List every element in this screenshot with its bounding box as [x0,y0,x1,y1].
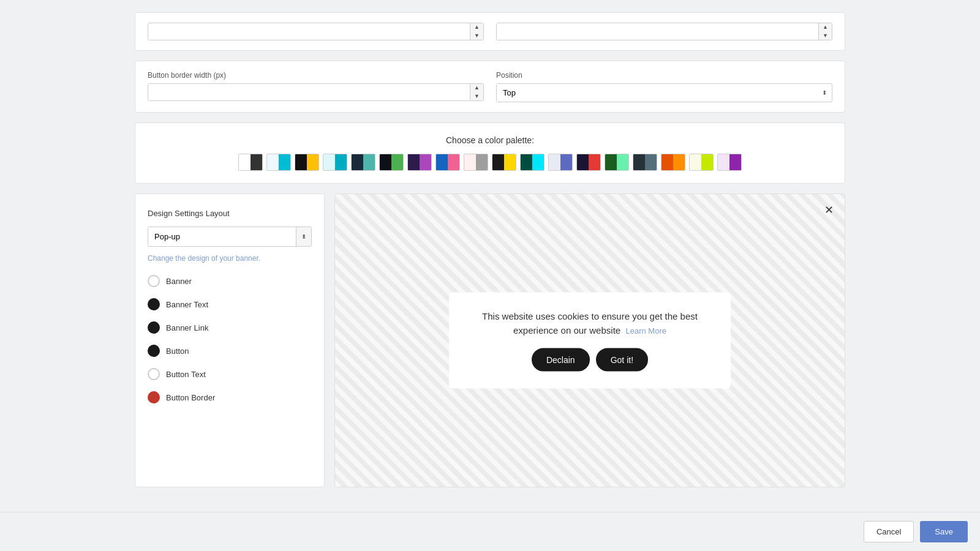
cancel-button[interactable]: Cancel [864,521,914,542]
layout-dropdown-arrow: ⬍ [296,227,311,246]
swatch-right-4 [363,154,375,170]
border-width-spinner: ▲ ▼ [470,84,483,100]
top-fields-row: 20px ▲ ▼ 20 ▲ ▼ [135,12,845,51]
color-swatch-2[interactable] [295,154,319,171]
decline-button[interactable]: Declain [532,348,590,372]
swatch-left-7 [436,154,448,170]
color-swatch-11[interactable] [548,154,573,171]
color-swatch-10[interactable] [520,154,545,171]
preview-card: ✕ This website uses cookies to ensure yo… [334,193,845,487]
radio-label-4: Button Text [166,370,206,379]
swatch-left-12 [577,154,589,170]
change-design-text: Change the design of your banner. [148,254,312,263]
swatch-left-4 [352,154,363,170]
border-width-input[interactable]: 2 [148,84,470,100]
cookie-popup: This website uses cookies to ensure you … [449,293,731,389]
learn-more-link[interactable]: Learn More [625,326,666,335]
swatch-right-15 [673,154,685,170]
radio-label-5: Button Border [166,393,215,402]
swatch-right-5 [391,154,403,170]
swatch-right-8 [476,154,488,170]
radio-option-banner-link[interactable]: Banner Link [148,321,312,334]
color-swatch-4[interactable] [351,154,375,171]
swatch-left-14 [633,154,645,170]
position-select[interactable]: Top Bottom Left Right [497,84,817,102]
font-size-field-group: 20px ▲ ▼ [148,23,484,40]
swatch-left-13 [605,154,617,170]
cookie-buttons: Declain Got it! [469,348,711,372]
swatch-left-17 [718,154,729,170]
radio-label-0: Banner [166,277,192,286]
color-swatch-7[interactable] [435,154,460,171]
swatch-left-8 [464,154,476,170]
color-swatch-6[interactable] [407,154,432,171]
radio-circle-4 [148,368,160,380]
color-swatch-16[interactable] [689,154,714,171]
color-swatch-5[interactable] [379,154,404,171]
got-it-button[interactable]: Got it! [596,348,648,372]
color-swatch-8[interactable] [464,154,488,171]
save-button[interactable]: Save [920,521,968,542]
radio-option-button[interactable]: Button [148,345,312,357]
number-down[interactable]: ▼ [819,32,832,40]
swatch-right-6 [420,154,431,170]
position-select-wrapper: Top Bottom Left Right ⬍ [496,83,832,102]
close-icon[interactable]: ✕ [821,203,836,217]
design-settings-title: Design Settings Layout [148,209,312,218]
font-size-up[interactable]: ▲ [470,23,483,32]
radio-circle-5 [148,391,160,403]
swatch-left-6 [408,154,420,170]
font-size-down[interactable]: ▼ [470,32,483,40]
radio-circle-1 [148,298,160,310]
number-up[interactable]: ▲ [819,23,832,32]
swatch-left-5 [380,154,391,170]
border-width-down[interactable]: ▼ [470,92,483,101]
radio-label-2: Banner Link [166,323,208,332]
swatch-right-14 [645,154,657,170]
color-swatch-17[interactable] [717,154,742,171]
swatch-left-16 [690,154,701,170]
number-input-wrapper: 20 ▲ ▼ [496,23,832,40]
radio-label-3: Button [166,347,189,356]
number-input[interactable]: 20 [497,23,818,40]
palette-card: Choose a color palette: [135,122,845,184]
radio-option-button-text[interactable]: Button Text [148,368,312,380]
cookie-message: This website uses cookies to ensure you … [469,310,711,337]
swatch-right-0 [251,154,262,170]
layout-select[interactable]: Pop-up Banner Floating [148,227,296,246]
font-size-input[interactable]: 20px [148,23,470,40]
swatch-right-17 [729,154,741,170]
footer-buttons: Cancel Save [0,512,980,551]
radio-circle-2 [148,321,160,334]
color-swatch-13[interactable] [605,154,629,171]
swatch-left-9 [492,154,504,170]
border-position-row: Button border width (px) 2 ▲ ▼ Position … [135,61,845,113]
position-label: Position [496,71,832,80]
swatch-right-2 [307,154,318,170]
swatch-right-11 [560,154,572,170]
color-swatch-14[interactable] [633,154,657,171]
radio-options-container: BannerBanner TextBanner LinkButtonButton… [148,275,312,403]
color-swatch-15[interactable] [661,154,685,171]
swatch-right-12 [589,154,600,170]
color-swatch-12[interactable] [576,154,601,171]
border-width-up[interactable]: ▲ [470,84,483,92]
color-swatch-9[interactable] [492,154,516,171]
radio-option-banner-text[interactable]: Banner Text [148,298,312,310]
radio-label-1: Banner Text [166,300,208,309]
swatch-right-13 [617,154,628,170]
radio-option-button-border[interactable]: Button Border [148,391,312,403]
border-width-group: Button border width (px) 2 ▲ ▼ [148,71,484,102]
palette-swatches [148,154,832,171]
color-swatch-3[interactable] [323,154,347,171]
swatch-left-0 [239,154,251,170]
border-width-input-wrapper: 2 ▲ ▼ [148,83,484,101]
radio-option-banner[interactable]: Banner [148,275,312,287]
color-swatch-1[interactable] [266,154,291,171]
color-swatch-0[interactable] [238,154,263,171]
swatch-right-16 [701,154,713,170]
swatch-left-10 [521,154,532,170]
layout-dropdown-wrapper: Pop-up Banner Floating ⬍ [148,227,312,247]
radio-circle-3 [148,345,160,357]
design-settings-card: Design Settings Layout Pop-up Banner Flo… [135,193,325,487]
